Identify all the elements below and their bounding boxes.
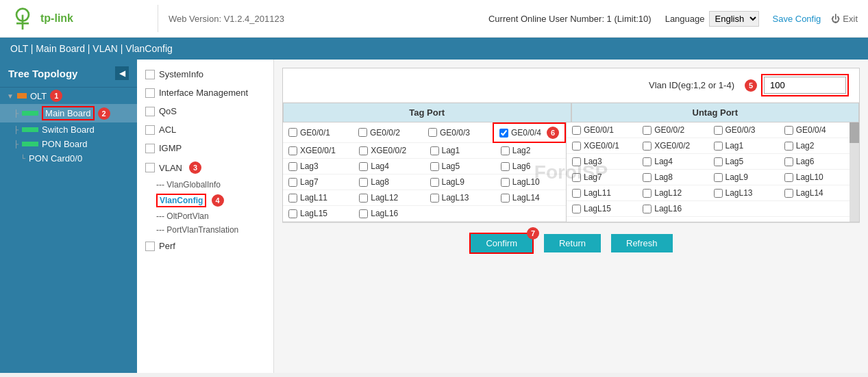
untag-checkbox-lagl11[interactable] xyxy=(572,189,581,198)
sidebar-item-olt[interactable]: ▼ OLT 1 xyxy=(0,88,137,104)
untag-checkbox-lagl13[interactable] xyxy=(714,189,723,198)
logo-text: tp-link xyxy=(40,12,73,25)
menu-sub-vlan-config[interactable]: VlanConfig 4 xyxy=(137,192,273,209)
sidebar-item-switch-board[interactable]: ├ Switch Board xyxy=(0,122,137,137)
scrollbar[interactable] xyxy=(850,122,859,222)
untag-port-lagl14: LagL14 xyxy=(779,185,850,201)
untag-checkbox-lag6[interactable] xyxy=(784,157,793,166)
untag-checkbox-xge002[interactable] xyxy=(643,142,652,151)
menu-item-perf[interactable]: Perf xyxy=(137,237,273,255)
menu-panel: SystemInfo Interface Management QoS ACL … xyxy=(137,60,274,373)
config-box: Vlan ID(eg:1,2 or 1-4) 5 Tag Port Untag … xyxy=(282,68,860,222)
menu-sub-vlan-global-info[interactable]: --- VlanGlobalInfo xyxy=(137,178,273,192)
untag-checkbox-lag1[interactable] xyxy=(714,142,723,151)
exit-button[interactable]: ⏻ Exit xyxy=(831,14,858,24)
sidebar-collapse-button[interactable]: ◀ xyxy=(115,66,129,80)
untag-checkbox-lagl15[interactable] xyxy=(572,205,581,213)
menu-icon-vlan xyxy=(145,163,155,172)
pon-card-label: PON Card0/0 xyxy=(29,153,82,164)
tag-port-lagl10: LagL10 xyxy=(495,174,566,190)
untag-checkbox-ge001[interactable] xyxy=(572,126,581,135)
sidebar-item-main-board[interactable]: ├ Main Board 2 xyxy=(0,104,137,122)
tag-row-1: XGE0/0/1 XGE0/0/2 Lag1 Lag2 xyxy=(283,143,566,159)
tag-checkbox-ge004[interactable] xyxy=(499,129,508,138)
breadcrumb: OLT | Main Board | VLAN | VlanConfig xyxy=(10,43,173,54)
save-config-link[interactable]: Save Config xyxy=(773,14,821,24)
tag-checkbox-lag1[interactable] xyxy=(430,146,439,155)
tag-checkbox-lag2[interactable] xyxy=(501,146,510,155)
return-button[interactable]: Return xyxy=(544,234,601,252)
untag-row-4: LagL11 LagL12 LagL13 LagL14 xyxy=(567,185,850,201)
vlan-id-input[interactable] xyxy=(764,77,846,94)
untag-checkbox-lagl14[interactable] xyxy=(784,189,793,198)
untag-checkbox-ge003[interactable] xyxy=(714,126,723,135)
tag-checkbox-lagl12[interactable] xyxy=(359,194,368,203)
confirm-button[interactable]: Confirm xyxy=(469,233,534,254)
untag-checkbox-lag5[interactable] xyxy=(714,157,723,166)
tag-checkbox-lag8[interactable] xyxy=(359,178,368,187)
tag-checkbox-xge001[interactable] xyxy=(288,146,297,155)
tag-checkbox-lagl16[interactable] xyxy=(359,209,368,218)
untag-port-lagl13: LagL13 xyxy=(708,185,779,201)
tree-expand-icon: ▼ xyxy=(7,92,14,100)
menu-item-qos[interactable]: QoS xyxy=(137,102,273,120)
menu-item-igmp[interactable]: IGMP xyxy=(137,139,273,157)
untag-port-lag3: Lag3 xyxy=(567,154,637,170)
untag-checkbox-lag3[interactable] xyxy=(572,157,581,166)
badge-2: 2 xyxy=(98,107,110,120)
menu-label-acl: ACL xyxy=(159,125,176,135)
menu-icon-qos xyxy=(145,107,155,116)
tag-checkbox-lag6[interactable] xyxy=(501,162,510,171)
tag-checkbox-lagl15[interactable] xyxy=(288,209,297,218)
tag-checkbox-lag5[interactable] xyxy=(430,162,439,171)
tag-checkbox-lagl9[interactable] xyxy=(430,178,439,187)
badge-4: 4 xyxy=(212,194,224,207)
main-board-label: Main Board xyxy=(42,106,94,120)
tag-checkbox-lagl10[interactable] xyxy=(501,178,510,187)
logo-area: tp-link xyxy=(10,6,147,31)
menu-label-qos: QoS xyxy=(159,106,177,116)
untag-port-empty2 xyxy=(779,201,850,217)
tag-checkbox-lagl11[interactable] xyxy=(288,194,297,203)
menu-item-interface-mgmt[interactable]: Interface Management xyxy=(137,83,273,102)
menu-sub-olt-port-vlan[interactable]: --- OltPortVlan xyxy=(137,209,273,223)
untag-checkbox-xge001[interactable] xyxy=(572,142,581,151)
tag-port-lagl15: LagL15 xyxy=(283,206,354,222)
refresh-button[interactable]: Refresh xyxy=(611,234,673,252)
menu-icon-system-info xyxy=(145,70,155,79)
menu-item-system-info[interactable]: SystemInfo xyxy=(137,65,273,83)
menu-item-acl[interactable]: ACL xyxy=(137,120,273,139)
untag-checkbox-lag2[interactable] xyxy=(784,142,793,151)
menu-sub-port-vlan-translation[interactable]: --- PortVlanTranslation xyxy=(137,223,273,237)
tag-checkbox-lag7[interactable] xyxy=(288,178,297,187)
untag-checkbox-lag4[interactable] xyxy=(643,157,652,166)
untag-checkbox-lagl12[interactable] xyxy=(643,189,652,198)
tag-checkbox-lagl13[interactable] xyxy=(430,194,439,203)
tree-line-icon2: ├ xyxy=(14,126,18,133)
untag-port-lag2: Lag2 xyxy=(779,138,850,154)
tag-row-3: Lag7 Lag8 LagL9 LagL10 xyxy=(283,174,566,190)
untag-checkbox-ge002[interactable] xyxy=(643,126,652,135)
untag-checkbox-ge004[interactable] xyxy=(784,126,793,135)
tag-checkbox-lag3[interactable] xyxy=(288,162,297,171)
untag-port-header: Untag Port xyxy=(571,103,860,122)
scrollbar-thumb[interactable] xyxy=(850,122,859,143)
tag-checkbox-lag4[interactable] xyxy=(359,162,368,171)
tplink-logo-icon xyxy=(10,6,35,31)
menu-icon-igmp xyxy=(145,144,155,153)
tag-checkbox-xge002[interactable] xyxy=(359,146,368,155)
untag-checkbox-lag7[interactable] xyxy=(572,173,581,182)
sidebar-item-pon-board[interactable]: ├ PON Board xyxy=(0,137,137,151)
tag-checkbox-ge001[interactable] xyxy=(288,128,297,137)
sidebar-item-pon-card[interactable]: └ PON Card0/0 xyxy=(0,151,137,166)
menu-item-vlan[interactable]: VLAN 3 xyxy=(137,157,273,178)
untag-checkbox-lag8[interactable] xyxy=(643,173,652,182)
untag-checkbox-lagl16[interactable] xyxy=(643,205,652,213)
untag-checkbox-lagl10[interactable] xyxy=(784,173,793,182)
power-icon: ⏻ xyxy=(831,14,840,24)
language-select[interactable]: English xyxy=(709,11,759,27)
tag-checkbox-ge002[interactable] xyxy=(358,128,367,137)
tag-checkbox-lagl14[interactable] xyxy=(501,194,510,203)
tag-checkbox-ge003[interactable] xyxy=(428,128,437,137)
untag-checkbox-lagl9[interactable] xyxy=(714,173,723,182)
